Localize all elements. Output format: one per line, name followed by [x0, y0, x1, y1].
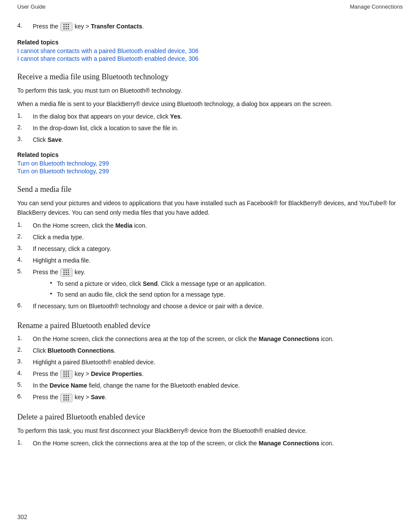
send-bullet-2: • To send an audio file, click the send …	[41, 290, 403, 299]
rename-step-4-num: 4.	[17, 369, 33, 379]
receive-related-link-2[interactable]: Turn on Bluetooth technology, 299	[17, 168, 403, 175]
page-footer: 302	[17, 513, 27, 520]
send-step-2-num: 2.	[17, 233, 33, 242]
menu-key-icon-rename4	[60, 370, 72, 379]
section-receive-media: Receive a media file using Bluetooth tec…	[17, 72, 403, 175]
receive-step-3: 3. Click Save.	[17, 135, 403, 144]
send-bullet-1: • To send a picture or video, click Send…	[41, 279, 403, 288]
send-bullet-2-text: To send an audio file, click the send op…	[57, 290, 225, 299]
receive-step-3-text: Click Save.	[33, 135, 403, 144]
step-4-num: 4.	[17, 22, 33, 31]
section-receive-intro1: To perform this task, you must turn on B…	[17, 86, 403, 95]
rename-step-4-text: Press the key > Device Properties.	[33, 369, 403, 379]
send-step-3-text: If necessary, click a category.	[33, 244, 403, 254]
related-topics-block-1: Related topics I cannot share contacts w…	[17, 39, 403, 62]
rename-step-1-num: 1.	[17, 335, 33, 344]
send-step-1: 1. On the Home screen, click the Media i…	[17, 221, 403, 230]
menu-key-icon-rename6	[60, 394, 72, 402]
send-step-4: 4. Highlight a media file.	[17, 256, 403, 265]
send-bullets: • To send a picture or video, click Send…	[17, 279, 403, 299]
section-receive-title: Receive a media file using Bluetooth tec…	[17, 72, 403, 81]
key-dots	[63, 24, 69, 30]
menu-key-icon	[60, 22, 72, 31]
rename-step-3-text: Highlight a paired Bluetooth® enabled de…	[33, 358, 403, 367]
delete-step-1-text: On the Home screen, click the connection…	[33, 439, 403, 448]
send-step-3-num: 3.	[17, 244, 33, 254]
section-send-title: Send a media file	[17, 185, 403, 194]
receive-step-2-num: 2.	[17, 124, 33, 133]
rename-step-6-text: Press the key > Save.	[33, 393, 403, 402]
receive-step-1: 1. In the dialog box that appears on you…	[17, 112, 403, 121]
receive-step-2-text: In the drop-down list, click a location …	[33, 124, 403, 133]
send-step-5-text: Press the key.	[33, 268, 403, 277]
section-send-media: Send a media file You can send your pict…	[17, 185, 403, 311]
key-dots-rename4	[63, 371, 69, 377]
send-step-6-num: 6.	[17, 302, 33, 311]
rename-step-2-text: Click Bluetooth Connections.	[33, 346, 403, 355]
send-step-2-text: Click a media type.	[33, 233, 403, 242]
bullet-dot-1: •	[50, 279, 57, 288]
send-step-5: 5. Press the key.	[17, 268, 403, 277]
rename-step-1: 1. On the Home screen, click the connect…	[17, 335, 403, 344]
receive-step-3-num: 3.	[17, 135, 33, 144]
receive-step-1-num: 1.	[17, 112, 33, 121]
page-number: 302	[17, 513, 27, 520]
rename-step-2: 2. Click Bluetooth Connections.	[17, 346, 403, 355]
send-step-6-text: If necessary, turn on Bluetooth® technol…	[33, 302, 403, 311]
rename-step-4: 4. Press the key > Device Properties.	[17, 369, 403, 379]
bullet-dot-2: •	[50, 290, 57, 299]
receive-related-topics: Related topics Turn on Bluetooth technol…	[17, 151, 403, 175]
section-delete-intro: To perform this task, you must first dis…	[17, 426, 403, 435]
delete-step-1: 1. On the Home screen, click the connect…	[17, 439, 403, 448]
send-step-1-num: 1.	[17, 221, 33, 230]
header-left: User Guide	[17, 3, 46, 10]
section-rename: Rename a paired Bluetooth enabled device…	[17, 321, 403, 402]
rename-step-6-num: 6.	[17, 393, 33, 402]
step-4-text: Press the key > Transfer Contacts.	[33, 22, 403, 31]
send-step-5-num: 5.	[17, 268, 33, 277]
section-rename-title: Rename a paired Bluetooth enabled device	[17, 321, 403, 330]
related-link-1[interactable]: I cannot share contacts with a paired Bl…	[17, 47, 403, 54]
send-step-1-text: On the Home screen, click the Media icon…	[33, 221, 403, 230]
page-content: 4. Press the key > Transfer Contacts. Re…	[0, 13, 420, 476]
step-4: 4. Press the key > Transfer Contacts.	[17, 22, 403, 31]
page-header: User Guide Manage Connections	[0, 0, 420, 13]
rename-step-5-num: 5.	[17, 381, 33, 390]
key-dots-send	[63, 269, 69, 275]
header-right: Manage Connections	[350, 3, 403, 10]
section-delete: Delete a paired Bluetooth enabled device…	[17, 413, 403, 448]
send-step-4-num: 4.	[17, 256, 33, 265]
send-bullet-1-text: To send a picture or video, click Send. …	[57, 279, 266, 288]
send-step-2: 2. Click a media type.	[17, 233, 403, 242]
send-step-3: 3. If necessary, click a category.	[17, 244, 403, 254]
receive-step-1-text: In the dialog box that appears on your d…	[33, 112, 403, 121]
send-step-6: 6. If necessary, turn on Bluetooth® tech…	[17, 302, 403, 311]
receive-related-label: Related topics	[17, 151, 403, 158]
rename-step-5: 5. In the Device Name field, change the …	[17, 381, 403, 390]
receive-step-2: 2. In the drop-down list, click a locati…	[17, 124, 403, 133]
rename-step-3: 3. Highlight a paired Bluetooth® enabled…	[17, 358, 403, 367]
rename-step-5-text: In the Device Name field, change the nam…	[33, 381, 403, 390]
section-delete-title: Delete a paired Bluetooth enabled device	[17, 413, 403, 422]
rename-step-3-num: 3.	[17, 358, 33, 367]
rename-step-2-num: 2.	[17, 346, 33, 355]
rename-step-1-text: On the Home screen, click the connection…	[33, 335, 403, 344]
send-step-4-text: Highlight a media file.	[33, 256, 403, 265]
related-topics-label-1: Related topics	[17, 39, 403, 46]
delete-step-1-num: 1.	[17, 439, 33, 448]
key-dots-rename6	[63, 395, 69, 401]
section-send-intro: You can send your pictures and videos to…	[17, 198, 403, 218]
rename-step-6: 6. Press the key > Save.	[17, 393, 403, 402]
related-link-2[interactable]: I cannot share contacts with a paired Bl…	[17, 55, 403, 62]
receive-related-link-1[interactable]: Turn on Bluetooth technology, 299	[17, 160, 403, 167]
section-receive-intro2: When a media file is sent to your BlackB…	[17, 99, 403, 109]
menu-key-icon-send	[60, 268, 72, 277]
